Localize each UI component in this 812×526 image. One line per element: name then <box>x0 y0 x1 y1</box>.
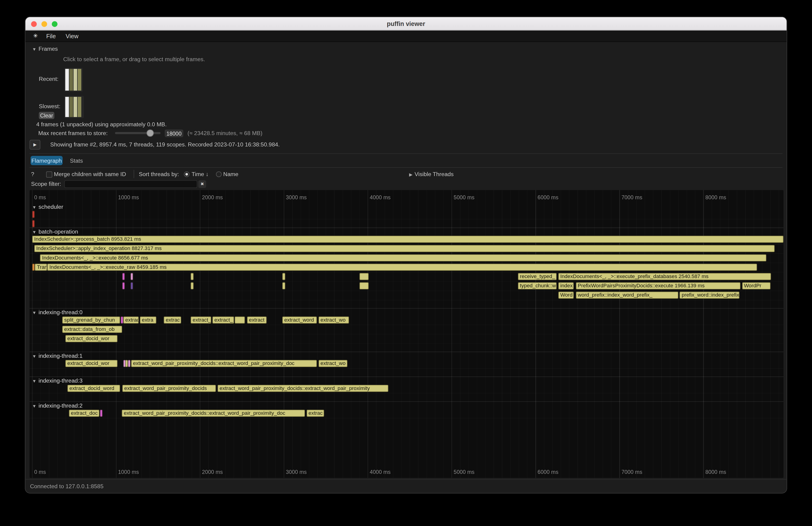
scope-bar[interactable] <box>121 316 123 323</box>
frames-section-header[interactable]: ▼Frames <box>32 46 58 52</box>
menu-file[interactable]: File <box>46 33 56 39</box>
slowest-frames-thumbnail[interactable] <box>64 96 84 118</box>
frame-bar[interactable] <box>69 97 73 117</box>
frame-bar[interactable] <box>66 97 69 117</box>
clear-frames-button[interactable]: Clear <box>39 112 55 119</box>
scope-bar[interactable]: receive_typed_ <box>518 273 557 280</box>
scope-bar[interactable]: word_prefix::index_word_prefix_ <box>576 292 678 299</box>
scope-bar[interactable]: extract_doc <box>69 410 99 417</box>
frame-bar[interactable] <box>66 69 69 91</box>
scope-bar[interactable]: extract_ <box>190 316 211 323</box>
frame-bar[interactable] <box>73 97 77 117</box>
scope-bar[interactable] <box>282 282 286 289</box>
thread-group-header[interactable]: ▼indexing-thread:3 <box>32 378 83 384</box>
clear-filter-button[interactable]: ✖ <box>198 180 206 188</box>
thread-group-separator <box>29 401 783 402</box>
zoom-window-button[interactable] <box>52 21 57 27</box>
sort-name-radio[interactable] <box>216 172 222 177</box>
scope-bar[interactable]: extract::data_from_ob <box>62 326 122 333</box>
scope-bar[interactable]: extract_docid_wor <box>66 335 118 342</box>
time-tick-bottom: 2000 ms <box>202 469 223 475</box>
scope-bar[interactable]: extract_word <box>282 316 317 323</box>
scope-bar[interactable] <box>122 273 125 280</box>
scope-bar[interactable]: IndexDocuments<_, _>::execute_raw 8459.1… <box>47 263 757 271</box>
scope-bar[interactable] <box>130 282 133 289</box>
scope-bar[interactable]: extract_word_pair_proximity_docids::extr… <box>131 360 317 367</box>
row-grid-line <box>29 334 783 334</box>
app-menu-icon[interactable]: ✳ <box>33 33 38 39</box>
scope-bar[interactable]: extract <box>247 316 266 323</box>
recent-frames-thumbnail[interactable] <box>64 68 83 92</box>
menu-view[interactable]: View <box>66 33 78 39</box>
scope-bar[interactable]: extract_word_pair_proximity_docids::extr… <box>122 410 305 417</box>
stage: puffin viewer ✳ File View ▼Frames Click … <box>0 0 812 526</box>
thread-group-header[interactable]: ▼batch-operation <box>32 229 78 235</box>
scope-bar[interactable]: extract_wo <box>318 360 347 367</box>
scope-bar[interactable] <box>190 273 193 280</box>
frame-bar[interactable] <box>78 97 81 117</box>
scope-bar[interactable]: split_grenad_by_chun <box>62 316 120 323</box>
flamegraph-canvas[interactable]: 0 ms0 ms1000 ms1000 ms2000 ms2000 ms3000… <box>29 190 783 478</box>
scope-bar[interactable] <box>128 360 130 367</box>
time-tick-top: 8000 ms <box>706 194 726 201</box>
scope-bar[interactable] <box>32 220 35 227</box>
scope-bar[interactable]: IndexScheduler>::apply_index_operation 8… <box>34 245 775 252</box>
scope-bar[interactable]: prefix_word::index_prefix_wo <box>680 292 739 299</box>
scope-bar[interactable]: extrac <box>164 316 181 323</box>
help-button[interactable]: ? <box>31 171 34 177</box>
scope-filter-input[interactable] <box>64 180 197 188</box>
frame-bar[interactable] <box>73 69 77 91</box>
scope-bar[interactable]: index <box>558 282 574 289</box>
scope-bar[interactable]: extract_docid_wor <box>66 360 118 367</box>
time-tick-bottom: 8000 ms <box>706 469 726 475</box>
tab-stats[interactable]: Stats <box>70 157 83 164</box>
tab-flamegraph[interactable]: Flamegraph <box>31 156 63 165</box>
thread-group-header[interactable]: ▼indexing-thread:1 <box>32 353 83 359</box>
thread-group-header[interactable]: ▼scheduler <box>32 203 63 210</box>
max-frames-slider-knob[interactable] <box>146 130 154 137</box>
scope-bar[interactable]: extract_wo <box>318 316 349 323</box>
minimize-window-button[interactable] <box>42 21 47 27</box>
scope-bar[interactable]: Trans <box>35 263 47 271</box>
scope-bar[interactable] <box>130 273 133 280</box>
frame-bar[interactable] <box>69 69 73 91</box>
scope-bar[interactable]: Word <box>558 292 574 299</box>
scope-bar[interactable]: PrefixWordPairsProximityDocids::execute … <box>576 282 741 289</box>
scope-bar[interactable] <box>282 273 286 280</box>
merge-children-checkbox[interactable] <box>46 172 53 178</box>
scope-bar[interactable]: extrac <box>306 410 324 417</box>
scope-bar[interactable] <box>32 263 35 271</box>
scope-bar[interactable]: WordPr <box>742 282 770 289</box>
play-button[interactable]: ▶ <box>29 140 40 149</box>
scope-bar[interactable]: IndexScheduler>::process_batch 8953.821 … <box>32 236 783 243</box>
sort-time-radio[interactable] <box>184 172 190 177</box>
thread-group-header[interactable]: ▼indexing-thread:2 <box>32 402 83 409</box>
scope-bar[interactable]: extract_ <box>212 316 234 323</box>
scope-bar[interactable]: extra <box>140 316 156 323</box>
scope-bar[interactable]: typed_chunk::w <box>518 282 557 289</box>
scope-bar[interactable] <box>359 273 368 280</box>
status-bar: Connected to 127.0.0.1:8585 <box>26 479 787 493</box>
scope-bar[interactable] <box>359 282 368 289</box>
frame-bar[interactable] <box>78 69 81 91</box>
scope-bar[interactable]: extract <box>123 316 139 323</box>
scope-bar[interactable]: extract_docid_word <box>68 385 120 392</box>
close-window-button[interactable] <box>31 21 37 27</box>
sort-time-label[interactable]: Time ↓ <box>192 171 208 177</box>
scope-bar[interactable]: extract_word_pair_proximity_docids::extr… <box>218 385 389 392</box>
scope-bar[interactable] <box>122 282 125 289</box>
scope-bar[interactable] <box>190 282 193 289</box>
scope-bar[interactable] <box>125 360 128 367</box>
menu-bar: ✳ File View <box>26 31 787 42</box>
scope-bar[interactable] <box>234 316 245 323</box>
scope-bar[interactable] <box>32 211 35 218</box>
scope-bar[interactable]: IndexDocuments<_, _>::execute_prefix_dat… <box>558 273 771 280</box>
sort-name-label[interactable]: Name <box>223 171 238 177</box>
merge-children-label[interactable]: Merge children with same ID <box>54 171 126 177</box>
max-frames-value[interactable]: 18000 <box>165 130 183 137</box>
scope-bar[interactable]: IndexDocuments<_, _>::execute 8656.677 m… <box>40 254 766 261</box>
thread-group-header[interactable]: ▼indexing-thread:0 <box>32 309 83 316</box>
visible-threads-toggle[interactable]: ▶Visible Threads <box>409 171 453 177</box>
scope-bar[interactable]: extract_word_pair_proximity_docids <box>122 385 216 392</box>
scope-bar[interactable] <box>100 410 102 417</box>
